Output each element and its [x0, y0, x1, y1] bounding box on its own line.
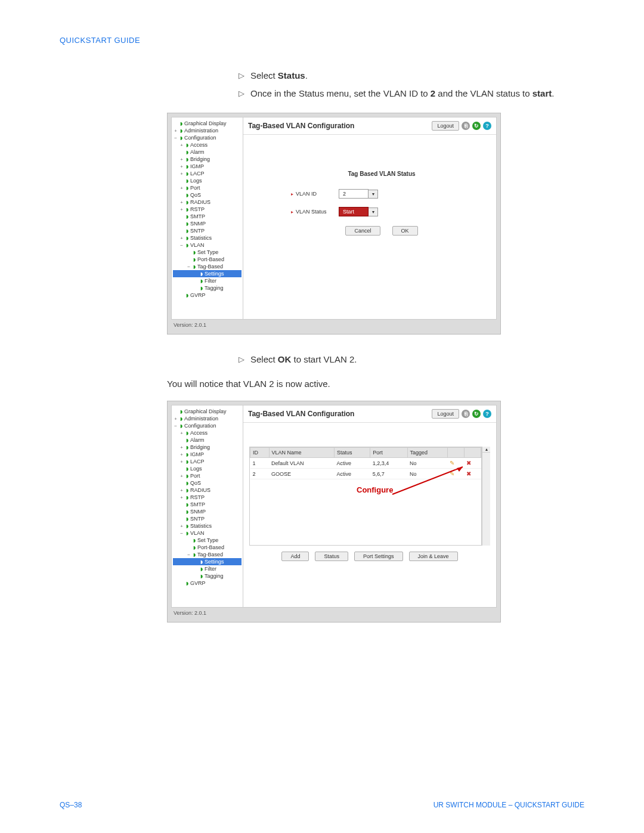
col-tagged: Tagged [407, 448, 447, 458]
help-icon[interactable]: ? [483, 122, 491, 130]
col-id: ID [250, 448, 270, 458]
screenshot-figure-2: ◗ Graphical Display+◗ Administration−◗ C… [167, 401, 501, 623]
tree-item[interactable]: ◗ Graphical Display [173, 120, 242, 127]
tree-item[interactable]: +◗ Bridging [173, 444, 242, 451]
chevron-down-icon[interactable]: ▾ [369, 208, 378, 216]
col-name: VLAN Name [269, 448, 334, 458]
instruction-block-top: ▷ Select Status. ▷ Once in the Status me… [239, 69, 584, 101]
tree-item[interactable]: ◗ Graphical Display [173, 408, 242, 415]
ok-button[interactable]: OK [392, 226, 418, 236]
port-settings-button[interactable]: Port Settings [354, 552, 403, 561]
tree-item[interactable]: +◗ Statistics [173, 234, 242, 241]
tree-item[interactable]: +◗ Access [173, 429, 242, 436]
tree-item[interactable]: +◗ Access [173, 141, 242, 148]
tree-item[interactable]: −◗ Configuration [173, 422, 242, 429]
logout-button[interactable]: Logout [432, 409, 459, 419]
tree-item[interactable]: ◗ SNMP [173, 508, 242, 515]
col-port: Port [370, 448, 407, 458]
tree-item[interactable]: −◗ Configuration [173, 134, 242, 141]
panel-title: Tag-Based VLAN Configuration [248, 410, 354, 418]
tree-item[interactable]: ◗ Filter [173, 565, 242, 572]
vlan-status-label: VLAN Status [296, 209, 327, 215]
tree-item[interactable]: +◗ RADIUS [173, 487, 242, 494]
tree-item[interactable]: ◗ Filter [173, 277, 242, 284]
page-number: QS–38 [60, 801, 82, 809]
tree-item[interactable]: −◗ VLAN [173, 241, 242, 249]
tree-item[interactable]: +◗ Port [173, 184, 242, 191]
tree-item[interactable]: ◗ QoS [173, 191, 242, 199]
body-paragraph: You will notice that VLAN 2 is now activ… [167, 379, 584, 389]
tree-item[interactable]: ◗ Settings [173, 558, 242, 565]
status-button[interactable]: Status [315, 552, 348, 561]
tree-item[interactable]: ◗ GVRP [173, 580, 242, 587]
scrollbar[interactable]: ▴ [482, 447, 490, 546]
tree-item[interactable]: ◗ SMTP [173, 213, 242, 220]
tree-item[interactable]: ◗ SMTP [173, 501, 242, 508]
tree-item[interactable]: ◗ Logs [173, 177, 242, 184]
tree-item[interactable]: +◗ RADIUS [173, 199, 242, 206]
tree-item[interactable]: ◗ Logs [173, 465, 242, 472]
tree-item[interactable]: ◗ Settings [173, 270, 242, 277]
tree-item[interactable]: ◗ GVRP [173, 292, 242, 299]
cancel-button[interactable]: Cancel [345, 226, 380, 236]
tree-item[interactable]: +◗ Administration [173, 415, 242, 422]
tree-item[interactable]: ◗ SNMP [173, 220, 242, 227]
version-text: Version: 2.0.1 [171, 608, 497, 618]
doc-header: QUICKSTART GUIDE [60, 36, 584, 45]
tree-item[interactable]: +◗ RSTP [173, 494, 242, 501]
delete-icon[interactable]: ✖ [466, 460, 471, 466]
tree-item[interactable]: +◗ LACP [173, 458, 242, 465]
triangle-icon: ▷ [239, 70, 244, 83]
tree-item[interactable]: ◗ Tagging [173, 284, 242, 292]
nav-tree: ◗ Graphical Display+◗ Administration−◗ C… [172, 405, 243, 607]
tree-item[interactable]: ◗ SNTP [173, 515, 242, 522]
vlan-id-select[interactable]: 2▾ [339, 189, 378, 199]
tree-item[interactable]: +◗ Bridging [173, 156, 242, 163]
version-text: Version: 2.0.1 [171, 320, 497, 330]
print-icon[interactable]: ⎘ [462, 122, 470, 130]
tree-item[interactable]: ◗ Alarm [173, 436, 242, 444]
annotation-arrow [386, 466, 464, 496]
logout-button[interactable]: Logout [432, 121, 459, 131]
tree-item[interactable]: +◗ LACP [173, 170, 242, 177]
col-status: Status [334, 448, 370, 458]
svg-line-0 [392, 467, 463, 494]
tree-item[interactable]: −◗ Tag-Based [173, 551, 242, 558]
tree-item[interactable]: −◗ VLAN [173, 529, 242, 537]
tree-item[interactable]: +◗ Port [173, 472, 242, 479]
instruction-block-mid: ▷ Select OK to start VLAN 2. [239, 352, 584, 367]
tree-item[interactable]: +◗ IGMP [173, 451, 242, 458]
refresh-icon[interactable]: ↻ [472, 122, 481, 130]
arrow-icon: ▸ [291, 209, 293, 215]
instruction-text: Select Status. [250, 69, 308, 83]
tree-item[interactable]: ◗ Port-Based [173, 544, 242, 551]
delete-icon[interactable]: ✖ [466, 470, 471, 477]
tree-item[interactable]: ◗ Port-Based [173, 256, 242, 263]
join-leave-button[interactable]: Join & Leave [409, 552, 458, 561]
tree-item[interactable]: ◗ Alarm [173, 148, 242, 156]
tree-item[interactable]: ◗ Tagging [173, 572, 242, 580]
nav-tree: ◗ Graphical Display+◗ Administration−◗ C… [172, 117, 243, 319]
tree-item[interactable]: ◗ Set Type [173, 537, 242, 544]
vlan-status-select[interactable]: Start▾ [339, 207, 378, 216]
refresh-icon[interactable]: ↻ [472, 410, 481, 418]
instruction-text: Select OK to start VLAN 2. [250, 352, 357, 367]
tree-item[interactable]: ◗ QoS [173, 479, 242, 487]
form-title: Tag Based VLAN Status [291, 171, 472, 177]
print-icon[interactable]: ⎘ [462, 410, 470, 418]
page-footer: QS–38 UR SWITCH MODULE – QUICKSTART GUID… [60, 801, 584, 809]
triangle-icon: ▷ [239, 88, 244, 101]
help-icon[interactable]: ? [483, 410, 491, 418]
tree-item[interactable]: −◗ Tag-Based [173, 263, 242, 270]
tree-item[interactable]: +◗ IGMP [173, 163, 242, 170]
add-button[interactable]: Add [281, 552, 309, 561]
vlan-id-label: VLAN ID [296, 191, 317, 197]
tree-item[interactable]: +◗ Administration [173, 127, 242, 134]
tree-item[interactable]: ◗ Set Type [173, 249, 242, 256]
chevron-down-icon[interactable]: ▾ [369, 190, 378, 199]
tree-item[interactable]: ◗ SNTP [173, 227, 242, 234]
tree-item[interactable]: +◗ Statistics [173, 522, 242, 529]
instruction-text: Once in the Status menu, set the VLAN ID… [250, 86, 554, 101]
tree-item[interactable]: +◗ RSTP [173, 206, 242, 213]
screenshot-figure-1: ◗ Graphical Display+◗ Administration−◗ C… [167, 113, 501, 335]
